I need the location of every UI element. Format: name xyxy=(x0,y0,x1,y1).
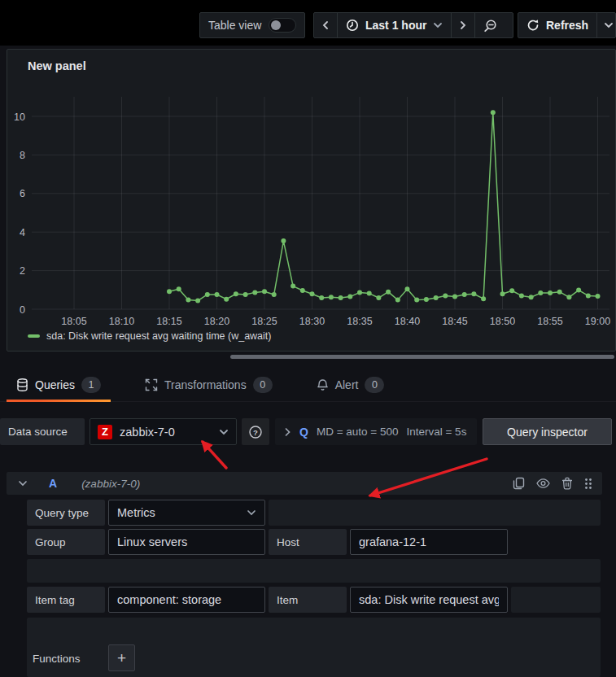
svg-text:18:35: 18:35 xyxy=(347,316,372,327)
svg-text:18:40: 18:40 xyxy=(395,316,420,327)
chevron-right-icon xyxy=(284,427,291,437)
host-label: Host xyxy=(269,529,347,555)
time-zoom-out-button[interactable] xyxy=(474,13,505,37)
add-function-button[interactable]: + xyxy=(108,644,135,671)
svg-text:18:50: 18:50 xyxy=(490,316,515,327)
query-inspector-button[interactable]: Query inspector xyxy=(483,418,612,445)
refresh-icon xyxy=(526,19,540,32)
query-type-select[interactable]: Metrics xyxy=(108,500,265,526)
svg-text:18:45: 18:45 xyxy=(442,316,467,327)
svg-text:8: 8 xyxy=(20,150,25,161)
datasource-label: Data source xyxy=(0,418,85,445)
time-shift-back-button[interactable] xyxy=(314,13,337,37)
drag-query-handle[interactable] xyxy=(584,478,592,490)
time-range-controls: Last 1 hour xyxy=(313,12,513,38)
legend-label: sda: Disk write request avg waiting time… xyxy=(46,330,272,342)
duplicate-query-button[interactable] xyxy=(513,477,525,490)
item-tag-input[interactable] xyxy=(108,587,265,613)
time-range-label: Last 1 hour xyxy=(365,19,426,32)
query-type-value: Metrics xyxy=(117,506,155,519)
svg-text:?: ? xyxy=(253,427,258,436)
horizontal-scrollbar[interactable] xyxy=(230,355,614,359)
eye-icon xyxy=(536,478,550,488)
database-icon xyxy=(16,378,28,391)
collapse-chevron-icon[interactable] xyxy=(18,480,28,487)
query-row-header[interactable]: A (zabbix-7-0) xyxy=(7,472,602,495)
top-toolbar: Table view Last 1 hour Refresh xyxy=(0,0,616,46)
refresh-interval-dropdown[interactable] xyxy=(596,13,616,37)
item-label: Item xyxy=(269,587,347,613)
transform-icon xyxy=(145,378,158,391)
refresh-control: Refresh xyxy=(518,12,616,38)
svg-text:10: 10 xyxy=(14,111,25,123)
table-view-control: Table view xyxy=(199,12,305,38)
zabbix-logo: Z xyxy=(98,425,112,439)
chevron-down-icon xyxy=(604,22,614,28)
arrow-to-datasource xyxy=(203,442,226,468)
grip-icon xyxy=(584,478,592,490)
timeseries-chart[interactable]: 024681018:0518:1018:1518:2018:2518:3018:… xyxy=(7,90,616,334)
panel-preview: New panel 024681018:0518:1018:1518:2018:… xyxy=(7,49,616,352)
tab-label: Transformations xyxy=(164,378,247,391)
toggle-knob xyxy=(271,20,281,30)
svg-text:18:15: 18:15 xyxy=(156,316,181,327)
copy-icon xyxy=(513,477,525,490)
question-circle-icon: ? xyxy=(248,425,263,439)
functions-label: Functions xyxy=(33,653,81,665)
svg-text:0: 0 xyxy=(20,304,25,316)
svg-text:19:00: 19:00 xyxy=(585,316,610,327)
chevron-right-icon xyxy=(459,20,467,30)
toggle-visibility-button[interactable] xyxy=(536,478,550,488)
time-shift-forward-button[interactable] xyxy=(451,13,474,37)
table-view-toggle[interactable] xyxy=(269,18,296,33)
tab-count-badge: 1 xyxy=(81,377,101,393)
refresh-button[interactable]: Refresh xyxy=(518,13,596,37)
chevron-down-icon xyxy=(247,509,256,516)
chevron-left-icon xyxy=(321,20,330,30)
tab-count-badge: 0 xyxy=(253,377,273,393)
interval-stat: Interval = 5s xyxy=(406,426,466,438)
time-range-button[interactable]: Last 1 hour xyxy=(337,13,451,37)
group-input[interactable] xyxy=(108,529,265,555)
clock-icon xyxy=(346,19,359,32)
query-ref-id: A xyxy=(49,477,57,490)
query-options-letter: Q xyxy=(299,426,308,439)
datasource-picker[interactable]: Z zabbix-7-0 xyxy=(90,418,237,445)
tab-transformations[interactable]: Transformations 0 xyxy=(135,368,282,402)
tab-queries[interactable]: Queries 1 xyxy=(7,368,111,402)
trash-icon xyxy=(561,477,573,490)
svg-text:2: 2 xyxy=(20,265,25,277)
svg-text:6: 6 xyxy=(20,188,25,199)
query-datasource-hint: (zabbix-7-0) xyxy=(81,478,140,490)
row-filler xyxy=(269,500,601,526)
refresh-label: Refresh xyxy=(546,19,588,32)
remove-query-button[interactable] xyxy=(561,477,573,490)
legend-swatch xyxy=(28,334,40,338)
svg-text:18:30: 18:30 xyxy=(299,316,325,327)
panel-title: New panel xyxy=(28,59,86,72)
svg-text:18:05: 18:05 xyxy=(61,316,86,327)
query-options-toggle[interactable]: Q MD = auto = 500 Interval = 5s xyxy=(275,418,477,445)
svg-text:18:25: 18:25 xyxy=(251,316,277,327)
tab-alert[interactable]: Alert 0 xyxy=(307,368,395,402)
chart-legend[interactable]: sda: Disk write request avg waiting time… xyxy=(28,330,272,342)
item-input[interactable] xyxy=(350,587,508,613)
row-filler xyxy=(27,559,601,583)
tab-label: Queries xyxy=(35,378,75,391)
table-view-label: Table view xyxy=(208,19,261,32)
host-input[interactable] xyxy=(350,529,508,555)
chevron-down-icon xyxy=(433,22,443,28)
tab-label: Alert xyxy=(335,378,359,391)
query-type-label: Query type xyxy=(27,500,105,526)
item-tag-label: Item tag xyxy=(27,587,105,613)
datasource-help-button[interactable]: ? xyxy=(242,418,269,445)
chevron-down-icon xyxy=(219,429,229,435)
bell-icon xyxy=(317,378,329,391)
tab-count-badge: 0 xyxy=(365,377,384,393)
svg-text:18:10: 18:10 xyxy=(109,316,134,327)
zoom-out-icon xyxy=(483,19,497,33)
row-filler xyxy=(511,587,601,613)
svg-text:18:55: 18:55 xyxy=(537,316,562,327)
editor-tabs: Queries 1 Transformations 0 Alert 0 xyxy=(0,368,616,402)
svg-text:4: 4 xyxy=(20,227,25,238)
